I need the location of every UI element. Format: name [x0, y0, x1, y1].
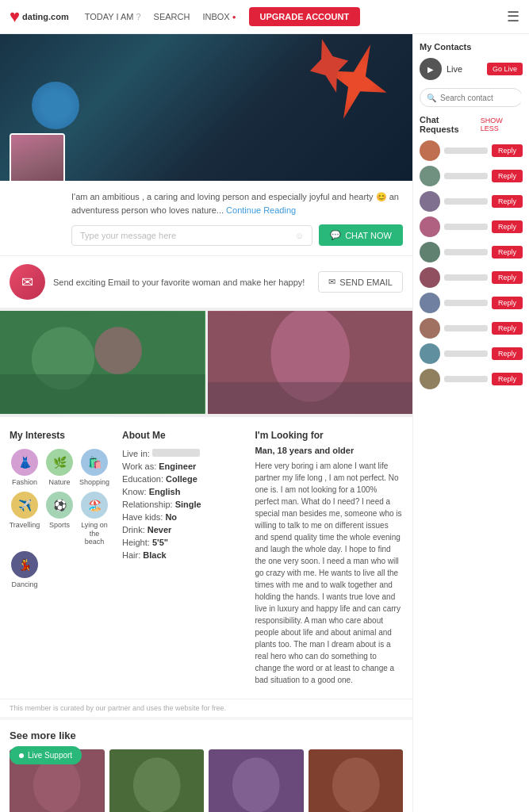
sidebar-contacts-title: My Contacts: [420, 42, 523, 52]
continue-reading-link[interactable]: Continue Reading: [226, 205, 296, 215]
travelling-label: Travelling: [10, 521, 40, 530]
bio-text: I'am an ambitious , a caring and loving …: [71, 190, 403, 216]
about-work-as: Work as: Engineer: [122, 462, 245, 471]
nav-today-i-am[interactable]: TODAY I AM ?: [85, 12, 141, 21]
svg-point-2: [94, 327, 142, 374]
search-contact-area[interactable]: 🔍 ×: [420, 88, 523, 107]
interest-beach: 🏖️ Lying on the beach: [79, 492, 109, 546]
svg-point-14: [332, 757, 379, 812]
emoji-icon: ☺: [295, 231, 304, 240]
reply-button[interactable]: Reply: [492, 195, 523, 208]
photo-cell-2[interactable]: [208, 311, 413, 414]
live-avatar: ▶: [420, 58, 442, 80]
nav-inbox[interactable]: INBOX ●: [202, 12, 236, 21]
chat-requests-title: Chat Requests: [420, 115, 481, 134]
reply-button[interactable]: Reply: [492, 322, 523, 335]
chat-avatar: [420, 216, 440, 237]
interest-travelling: ✈️ Travelling: [10, 492, 40, 546]
chat-avatar: [420, 343, 440, 364]
svg-point-10: [132, 757, 180, 812]
card-image-4: [309, 749, 404, 812]
reply-button[interactable]: Reply: [492, 271, 523, 284]
see-more-title: See more like: [10, 730, 403, 741]
chat-icon: 💬: [330, 230, 341, 240]
photo-image-1: [0, 311, 205, 414]
reply-button[interactable]: Reply: [492, 144, 523, 157]
message-row: Type your message here ☺ 💬 CHAT NOW: [71, 224, 403, 246]
interests-column: My Interests 👗 Fashion 🌿 Nature 🛍️ Shopp…: [10, 430, 113, 686]
see-more-card-4[interactable]: [309, 749, 404, 812]
photo-cell-1[interactable]: [0, 311, 205, 414]
content-area: I'am an ambitious , a caring and loving …: [0, 34, 412, 812]
interest-fashion: 👗 Fashion: [10, 449, 40, 487]
send-email-banner: ✉ Send exciting Email to your favorite w…: [0, 256, 412, 308]
inbox-dot: ●: [232, 13, 236, 21]
see-more-card-2[interactable]: [109, 749, 205, 812]
message-input-area[interactable]: Type your message here ☺: [71, 225, 312, 246]
go-live-button[interactable]: Go Live: [487, 63, 523, 75]
interest-dancing: 💃 Dancing: [10, 551, 40, 589]
live-support-button[interactable]: Live Support: [10, 746, 82, 764]
profile-thumbnail[interactable]: [10, 133, 65, 181]
chat-item: Reply: [420, 140, 523, 161]
travelling-icon: ✈️: [11, 492, 38, 519]
logo-area: ♥ dating.com: [10, 6, 69, 27]
reply-button[interactable]: Reply: [492, 220, 523, 233]
about-education: Education: College: [122, 474, 245, 484]
card-image-3: [209, 749, 304, 812]
fashion-label: Fashion: [12, 478, 37, 487]
about-know: Know: English: [122, 487, 245, 496]
show-less-button[interactable]: SHOW LESS: [481, 117, 523, 132]
send-email-button[interactable]: ✉ SEND EMAIL: [318, 271, 403, 293]
chat-now-button[interactable]: 💬 CHAT NOW: [319, 224, 403, 246]
search-contact-icon: 🔍: [427, 94, 436, 102]
chat-avatar: [420, 166, 440, 186]
send-icon: ✉: [328, 277, 335, 287]
about-hair: Hair: Black: [122, 550, 245, 560]
bio-section: I'am an ambitious , a caring and loving …: [0, 181, 412, 256]
partner-note: This member is curated by our partner an…: [0, 699, 412, 717]
reply-button[interactable]: Reply: [492, 297, 523, 309]
chat-item: Reply: [420, 191, 523, 212]
shopping-label: Shopping: [79, 478, 109, 487]
reply-button[interactable]: Reply: [492, 170, 523, 182]
chat-avatar: [420, 369, 440, 389]
chat-item: Reply: [420, 369, 523, 389]
nav-search[interactable]: SEARCH: [154, 12, 190, 21]
beach-icon: 🏖️: [81, 492, 108, 519]
profile-banner: [0, 34, 412, 181]
chat-name-blur: [444, 350, 488, 357]
envelope-icon: ✉: [21, 274, 33, 291]
hamburger-menu-icon[interactable]: ☰: [507, 8, 519, 25]
about-kids: Have kids: No: [122, 512, 245, 522]
see-more-section: See more like: [0, 720, 412, 812]
chat-name-blur: [444, 173, 488, 179]
chat-item: Reply: [420, 267, 523, 288]
logo-heart-icon: ♥: [10, 6, 20, 27]
looking-for-column: I'm Looking for Man, 18 years and older …: [245, 430, 403, 686]
upgrade-account-button[interactable]: UPGRADE ACCOUNT: [249, 7, 361, 26]
chat-avatar: [420, 318, 440, 339]
interests-grid: 👗 Fashion 🌿 Nature 🛍️ Shopping ✈️ Travel…: [10, 449, 113, 589]
interest-nature: 🌿 Nature: [44, 449, 75, 487]
reply-button[interactable]: Reply: [492, 373, 523, 385]
reply-button[interactable]: Reply: [492, 246, 523, 259]
about-height: Height: 5'5": [122, 538, 245, 547]
svg-point-12: [232, 757, 280, 812]
live-name: Live: [447, 64, 482, 74]
nature-icon: 🌿: [46, 449, 73, 476]
chat-avatar: [420, 242, 440, 262]
about-drink: Drink: Never: [122, 525, 245, 534]
chat-item: Reply: [420, 242, 523, 262]
interest-sports: ⚽ Sports: [44, 492, 75, 546]
chat-item: Reply: [420, 166, 523, 186]
search-contact-input[interactable]: [440, 94, 529, 102]
reply-button[interactable]: Reply: [492, 347, 523, 360]
about-me-column: About Me Live in: Work as: Engineer Educ…: [113, 430, 245, 686]
chat-item: Reply: [420, 293, 523, 313]
profile-thumbnail-image: [11, 135, 63, 181]
see-more-card-3[interactable]: [209, 749, 304, 812]
looking-age: Man, 18 years and older: [255, 446, 403, 455]
banner-flowers: [254, 34, 412, 153]
live-in-blur: [152, 449, 200, 457]
